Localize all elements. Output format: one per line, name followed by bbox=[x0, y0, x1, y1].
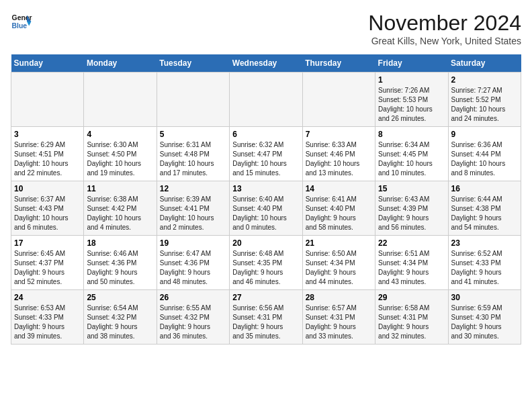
svg-text:Blue: Blue bbox=[12, 22, 28, 30]
day-info: Sunrise: 6:38 AM Sunset: 4:42 PM Dayligh… bbox=[87, 195, 153, 232]
calendar-table: SundayMondayTuesdayWednesdayThursdayFrid… bbox=[11, 54, 521, 345]
day-info: Sunrise: 6:59 AM Sunset: 4:30 PM Dayligh… bbox=[451, 304, 518, 341]
day-number: 20 bbox=[232, 238, 299, 248]
day-number: 16 bbox=[451, 184, 518, 193]
calendar-cell: 9Sunrise: 6:36 AM Sunset: 4:44 PM Daylig… bbox=[448, 127, 521, 181]
calendar-cell: 1Sunrise: 7:26 AM Sunset: 5:53 PM Daylig… bbox=[375, 73, 448, 127]
day-info: Sunrise: 6:40 AM Sunset: 4:40 PM Dayligh… bbox=[232, 195, 299, 232]
logo-icon: General Blue bbox=[11, 11, 32, 32]
calendar-cell: 2Sunrise: 7:27 AM Sunset: 5:52 PM Daylig… bbox=[448, 73, 521, 127]
page-header: General Blue November 2024 Great Kills, … bbox=[11, 11, 521, 46]
calendar-cell: 30Sunrise: 6:59 AM Sunset: 4:30 PM Dayli… bbox=[448, 290, 521, 345]
weekday-header-sunday: Sunday bbox=[11, 54, 84, 73]
calendar-week-4: 17Sunrise: 6:45 AM Sunset: 4:37 PM Dayli… bbox=[11, 236, 521, 290]
day-info: Sunrise: 6:36 AM Sunset: 4:44 PM Dayligh… bbox=[451, 140, 518, 178]
title-area: November 2024 Great Kills, New York, Uni… bbox=[368, 11, 521, 46]
weekday-header-wednesday: Wednesday bbox=[230, 54, 302, 73]
calendar-cell: 25Sunrise: 6:54 AM Sunset: 4:32 PM Dayli… bbox=[84, 290, 157, 345]
day-number: 23 bbox=[451, 238, 518, 248]
calendar-cell bbox=[157, 73, 229, 127]
day-number: 27 bbox=[232, 293, 299, 302]
day-info: Sunrise: 6:37 AM Sunset: 4:43 PM Dayligh… bbox=[14, 195, 81, 232]
calendar-cell: 19Sunrise: 6:47 AM Sunset: 4:36 PM Dayli… bbox=[157, 236, 229, 290]
day-info: Sunrise: 6:41 AM Sunset: 4:40 PM Dayligh… bbox=[306, 195, 372, 232]
calendar-week-3: 10Sunrise: 6:37 AM Sunset: 4:43 PM Dayli… bbox=[11, 181, 521, 236]
day-info: Sunrise: 6:50 AM Sunset: 4:34 PM Dayligh… bbox=[306, 249, 372, 287]
weekday-header-saturday: Saturday bbox=[448, 54, 521, 73]
day-number: 28 bbox=[306, 293, 372, 302]
day-info: Sunrise: 6:54 AM Sunset: 4:32 PM Dayligh… bbox=[87, 304, 153, 341]
weekday-header-friday: Friday bbox=[375, 54, 448, 73]
day-info: Sunrise: 6:55 AM Sunset: 4:32 PM Dayligh… bbox=[160, 304, 226, 341]
day-info: Sunrise: 6:32 AM Sunset: 4:47 PM Dayligh… bbox=[232, 140, 299, 178]
day-number: 3 bbox=[14, 130, 81, 139]
day-info: Sunrise: 6:52 AM Sunset: 4:33 PM Dayligh… bbox=[451, 249, 518, 287]
calendar-cell: 5Sunrise: 6:31 AM Sunset: 4:48 PM Daylig… bbox=[157, 127, 229, 181]
svg-marker-3 bbox=[27, 21, 31, 26]
calendar-cell: 15Sunrise: 6:43 AM Sunset: 4:39 PM Dayli… bbox=[375, 181, 448, 236]
calendar-cell: 11Sunrise: 6:38 AM Sunset: 4:42 PM Dayli… bbox=[84, 181, 157, 236]
weekday-header-thursday: Thursday bbox=[302, 54, 375, 73]
day-number: 13 bbox=[232, 184, 299, 193]
calendar-cell: 6Sunrise: 6:32 AM Sunset: 4:47 PM Daylig… bbox=[230, 127, 302, 181]
day-number: 6 bbox=[232, 130, 299, 139]
calendar-cell: 28Sunrise: 6:57 AM Sunset: 4:31 PM Dayli… bbox=[302, 290, 375, 345]
day-info: Sunrise: 7:27 AM Sunset: 5:52 PM Dayligh… bbox=[451, 86, 518, 124]
calendar-cell: 18Sunrise: 6:46 AM Sunset: 4:36 PM Dayli… bbox=[84, 236, 157, 290]
day-number: 8 bbox=[378, 130, 445, 139]
calendar-week-2: 3Sunrise: 6:29 AM Sunset: 4:51 PM Daylig… bbox=[11, 127, 521, 181]
day-info: Sunrise: 6:39 AM Sunset: 4:41 PM Dayligh… bbox=[160, 195, 226, 232]
calendar-cell: 13Sunrise: 6:40 AM Sunset: 4:40 PM Dayli… bbox=[230, 181, 302, 236]
calendar-cell: 3Sunrise: 6:29 AM Sunset: 4:51 PM Daylig… bbox=[11, 127, 84, 181]
day-info: Sunrise: 6:29 AM Sunset: 4:51 PM Dayligh… bbox=[14, 140, 81, 178]
month-title: November 2024 bbox=[368, 11, 521, 36]
calendar-cell: 7Sunrise: 6:33 AM Sunset: 4:46 PM Daylig… bbox=[302, 127, 375, 181]
day-info: Sunrise: 6:44 AM Sunset: 4:38 PM Dayligh… bbox=[451, 195, 518, 232]
calendar-cell: 12Sunrise: 6:39 AM Sunset: 4:41 PM Dayli… bbox=[157, 181, 229, 236]
day-number: 14 bbox=[306, 184, 372, 193]
day-info: Sunrise: 6:31 AM Sunset: 4:48 PM Dayligh… bbox=[160, 140, 226, 178]
day-info: Sunrise: 6:47 AM Sunset: 4:36 PM Dayligh… bbox=[160, 249, 226, 287]
day-number: 24 bbox=[14, 293, 81, 302]
calendar-week-1: 1Sunrise: 7:26 AM Sunset: 5:53 PM Daylig… bbox=[11, 73, 521, 127]
weekday-header-tuesday: Tuesday bbox=[157, 54, 229, 73]
calendar-cell bbox=[302, 73, 375, 127]
day-info: Sunrise: 6:57 AM Sunset: 4:31 PM Dayligh… bbox=[306, 304, 372, 341]
weekday-header-monday: Monday bbox=[84, 54, 157, 73]
calendar-cell: 8Sunrise: 6:34 AM Sunset: 4:45 PM Daylig… bbox=[375, 127, 448, 181]
day-number: 25 bbox=[87, 293, 153, 302]
calendar-cell: 16Sunrise: 6:44 AM Sunset: 4:38 PM Dayli… bbox=[448, 181, 521, 236]
day-number: 26 bbox=[160, 293, 226, 302]
day-info: Sunrise: 7:26 AM Sunset: 5:53 PM Dayligh… bbox=[378, 86, 445, 124]
day-number: 15 bbox=[378, 184, 445, 193]
day-info: Sunrise: 6:45 AM Sunset: 4:37 PM Dayligh… bbox=[14, 249, 81, 287]
day-info: Sunrise: 6:30 AM Sunset: 4:50 PM Dayligh… bbox=[87, 140, 153, 178]
calendar-cell: 22Sunrise: 6:51 AM Sunset: 4:34 PM Dayli… bbox=[375, 236, 448, 290]
day-number: 21 bbox=[306, 238, 372, 248]
calendar-cell: 10Sunrise: 6:37 AM Sunset: 4:43 PM Dayli… bbox=[11, 181, 84, 236]
calendar-cell: 24Sunrise: 6:53 AM Sunset: 4:33 PM Dayli… bbox=[11, 290, 84, 345]
day-info: Sunrise: 6:46 AM Sunset: 4:36 PM Dayligh… bbox=[87, 249, 153, 287]
day-number: 18 bbox=[87, 238, 153, 248]
calendar-cell bbox=[84, 73, 157, 127]
calendar-week-5: 24Sunrise: 6:53 AM Sunset: 4:33 PM Dayli… bbox=[11, 290, 521, 345]
day-info: Sunrise: 6:58 AM Sunset: 4:31 PM Dayligh… bbox=[378, 304, 445, 341]
day-info: Sunrise: 6:33 AM Sunset: 4:46 PM Dayligh… bbox=[306, 140, 372, 178]
day-number: 17 bbox=[14, 238, 81, 248]
day-number: 10 bbox=[14, 184, 81, 193]
day-number: 11 bbox=[87, 184, 153, 193]
day-info: Sunrise: 6:43 AM Sunset: 4:39 PM Dayligh… bbox=[378, 195, 445, 232]
day-number: 2 bbox=[451, 75, 518, 85]
day-info: Sunrise: 6:53 AM Sunset: 4:33 PM Dayligh… bbox=[14, 304, 81, 341]
day-number: 7 bbox=[306, 130, 372, 139]
day-number: 22 bbox=[378, 238, 445, 248]
calendar-cell: 26Sunrise: 6:55 AM Sunset: 4:32 PM Dayli… bbox=[157, 290, 229, 345]
calendar-cell: 27Sunrise: 6:56 AM Sunset: 4:31 PM Dayli… bbox=[230, 290, 302, 345]
calendar-cell bbox=[11, 73, 84, 127]
calendar-cell: 17Sunrise: 6:45 AM Sunset: 4:37 PM Dayli… bbox=[11, 236, 84, 290]
day-number: 9 bbox=[451, 130, 518, 139]
day-number: 5 bbox=[160, 130, 226, 139]
day-number: 12 bbox=[160, 184, 226, 193]
location: Great Kills, New York, United States bbox=[368, 36, 521, 46]
day-number: 30 bbox=[451, 293, 518, 302]
